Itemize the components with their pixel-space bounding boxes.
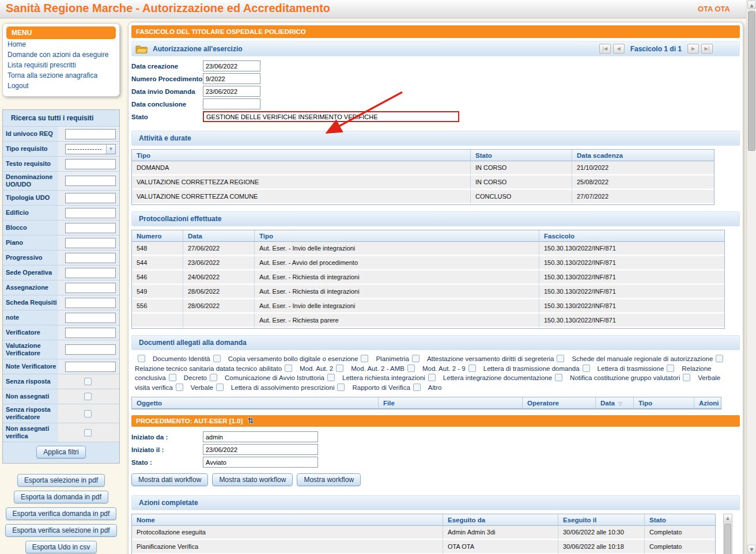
lettera-integrazione-documentazione-checkbox[interactable] [428,374,436,381]
search-field-label: Senza risposta [3,376,58,387]
mostra-stato-workflow-button[interactable]: Mostra stato workflow [212,473,293,486]
doc-checkbox-label: Lettera di trasmissione domanda [483,365,580,372]
decreto-checkbox[interactable] [169,374,176,381]
assegnazione-input[interactable] [65,283,116,293]
search-row-blocco: Blocco [3,220,119,235]
senza-risposta-checkbox[interactable] [84,378,92,385]
planimetria-checkbox[interactable] [361,355,368,362]
page-scrollbar-thumb[interactable] [748,11,755,151]
blocco-input[interactable] [65,223,116,233]
azioni-scrollbar[interactable]: ▲ [723,514,732,554]
denominazione-uo-udo-input[interactable] [65,176,116,186]
esporta-udo-in-csv-button[interactable]: Esporta Udo in csv [25,541,97,553]
search-row-senza-risposta: Senza risposta [3,374,119,389]
note-input[interactable] [65,313,116,323]
iniziato-il-input[interactable] [203,444,318,455]
table-cell: 30/06/2022 alle 10:18 [558,540,645,554]
azioni-scroll-up-icon[interactable]: ▲ [724,514,732,522]
mod-aut-2-9-checkbox[interactable] [407,365,415,372]
mostra-dati-workflow-button[interactable]: Mostra dati workflow [131,473,208,486]
senza-risposta-verificatore-checkbox[interactable] [84,410,92,418]
data-invio-domanda-input[interactable] [203,86,260,97]
stato-input[interactable] [203,457,318,468]
procedimento-row-iniziato-il: Iniziato il : [131,443,740,456]
piano-input[interactable] [65,238,116,248]
mostra-workflow-button[interactable]: Mostra workflow [297,473,361,486]
testo-requisito-input[interactable] [65,159,116,169]
numero-procedimento-input[interactable] [203,73,260,84]
non-assegnati-verifica-checkbox[interactable] [84,429,92,437]
doc-checkbox-item: Copia versamento bollo digitale o esenzi… [210,355,358,362]
apply-filters-button[interactable]: Applica filtri [36,446,85,458]
logged-user: OTA OTA [698,5,730,13]
prev-page-icon[interactable]: ◀ [613,44,625,54]
page-scrollbar[interactable]: ▲ ▼ [746,0,756,554]
edificio-input[interactable] [65,208,116,218]
valutazione-verificatore-input[interactable] [65,344,116,355]
comunicazione-di-avvio-istruttoria-checkbox[interactable] [210,374,217,381]
notifica-costituzione-gruppo-valutatori-checkbox[interactable] [555,374,562,381]
sede-operativa-input[interactable] [65,268,116,278]
esporta-verifica-domanda-in-pdf-button[interactable]: Esporta verifica domanda in pdf [6,507,117,520]
altro-checkbox[interactable] [413,384,421,391]
relazione-conclusiva-checkbox[interactable] [667,365,674,372]
scroll-up-icon[interactable]: ▲ [747,1,756,9]
column-header-operatore: Operatore [523,397,596,409]
tipo-requisito-select[interactable]: --------------▼ [65,144,116,154]
fascicolo-row-numero-procedimento: Numero Procedimento [131,73,740,85]
copia-versamento-bollo-digitale-o-esenzione-checkbox[interactable] [213,355,221,362]
esporta-la-domanda-in-pdf-button[interactable]: Esporta la domanda in pdf [14,491,108,503]
rapporto-di-verifica-checkbox[interactable] [337,384,345,391]
id-univoco-req-input[interactable] [65,129,116,139]
table-cell: 27/07/2022 [572,190,714,204]
verbale-checkbox[interactable] [176,384,183,391]
first-page-icon[interactable]: |◀ [599,44,611,54]
iniziato-da-input[interactable] [203,431,318,442]
scheda-requisiti-input[interactable] [65,298,116,308]
menu-item-logout[interactable]: Logout [6,81,116,91]
fascicolo-title-bar: FASCICOLO DEL TITOLARE OSPEDALE POLIEDRI… [131,25,740,38]
menu-item-home[interactable]: Home [6,39,116,50]
doc-checkbox-label: Schede del manuale regionale di autorizz… [572,355,713,362]
next-page-icon[interactable]: ▶ [687,44,699,54]
documenti-checkbox-list: Documento IdentitàCopia versamento bollo… [131,350,740,396]
progressivo-input[interactable] [65,253,116,263]
column-header-stato: Stato [645,514,715,526]
scroll-down-icon[interactable]: ▼ [747,545,756,553]
data-conclusione-input[interactable] [203,98,260,109]
verbale-visita-verifica-checkbox[interactable] [683,374,690,381]
column-header-data[interactable]: Data▽ [596,397,634,409]
search-field-value [58,280,119,295]
non-assegnati-checkbox[interactable] [84,393,92,400]
doc-checkbox-label: Documento Identità [153,355,210,362]
menu-item-torna-alla-sezione-anagrafica[interactable]: Torna alla sezione anagrafica [6,70,116,81]
esporta-verifica-selezione-in-pdf-button[interactable]: Esporta verifica selezione in pdf [5,524,116,537]
esporta-selezione-in-pdf-button[interactable]: Esporta selezione in pdf [17,474,105,487]
documento-identit-checkbox[interactable] [138,355,145,362]
tipologia-udo-input[interactable] [65,193,116,203]
doc-checkbox-item: Lettera integrazione documentazione [425,374,552,381]
chevron-down-icon[interactable]: ▼ [106,145,115,154]
refresh-icon[interactable]: ⇅ [247,418,254,424]
mod-aut-2-checkbox[interactable] [285,365,292,372]
fascicolo-form: Data creazioneNumero ProcedimentoData in… [131,56,740,124]
attestazione-versamento-diritti-di-segreteria-checkbox[interactable] [412,355,419,362]
note-verificatore-input[interactable] [65,362,116,372]
lettera-di-assolvimento-prescrizioni-checkbox[interactable] [216,384,224,391]
schede-del-manuale-regionale-di-autorizzazione-checkbox[interactable] [557,355,564,362]
data-creazione-input[interactable] [203,60,260,71]
lettera-richiesta-integrazioni-checkbox[interactable] [327,374,335,381]
folder-icon [135,44,148,54]
doc-checkbox-item: Altro [410,384,442,391]
lettera-di-trasmissione-domanda-checkbox[interactable] [468,365,476,372]
lettera-di-trasmissione-checkbox[interactable] [583,365,590,372]
stato-input[interactable] [203,111,459,122]
menu-item-lista-requisiti-prescritti[interactable]: Lista requisiti prescritti [6,60,116,70]
azioni-scrollbar-thumb[interactable] [724,523,731,554]
relazione-tecnico-sanitaria-datata-tecnico-abilitato-checkbox[interactable] [716,355,723,362]
mod-aut-2-amb-checkbox[interactable] [336,365,343,372]
sort-icon[interactable]: ▽ [618,401,622,407]
menu-item-domande-con-azioni-da-eseguire[interactable]: Domande con azioni da eseguire [6,50,116,60]
last-page-icon[interactable]: ▶| [701,44,713,54]
verificatore-input[interactable] [65,328,116,338]
